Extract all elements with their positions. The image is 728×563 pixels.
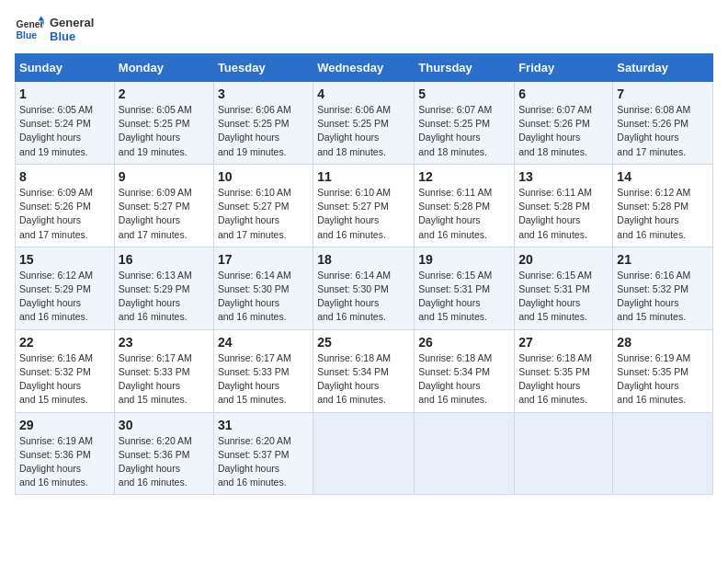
day-number: 6 <box>518 86 609 101</box>
calendar-cell <box>415 412 515 495</box>
day-number: 7 <box>617 86 709 101</box>
day-info: Sunrise: 6:10 AMSunset: 5:27 PMDaylight … <box>317 186 410 242</box>
calendar-cell: 5 Sunrise: 6:07 AMSunset: 5:25 PMDayligh… <box>415 82 515 165</box>
calendar-cell: 30 Sunrise: 6:20 AMSunset: 5:36 PMDaylig… <box>114 412 213 495</box>
svg-marker-2 <box>39 17 44 21</box>
day-number: 28 <box>617 335 709 350</box>
col-header-saturday: Saturday <box>613 54 713 82</box>
day-info: Sunrise: 6:19 AMSunset: 5:36 PMDaylight … <box>19 434 110 490</box>
day-info: Sunrise: 6:18 AMSunset: 5:35 PMDaylight … <box>518 351 609 408</box>
calendar-cell: 13 Sunrise: 6:11 AMSunset: 5:28 PMDaylig… <box>515 164 613 247</box>
day-number: 5 <box>418 86 510 101</box>
logo: General Blue General Blue <box>15 15 94 44</box>
col-header-tuesday: Tuesday <box>213 54 313 82</box>
day-info: Sunrise: 6:16 AMSunset: 5:32 PMDaylight … <box>19 351 110 408</box>
week-row-2: 8 Sunrise: 6:09 AMSunset: 5:26 PMDayligh… <box>16 164 713 247</box>
day-info: Sunrise: 6:17 AMSunset: 5:33 PMDaylight … <box>218 351 309 408</box>
page-header: General Blue General Blue <box>15 15 713 44</box>
calendar-cell <box>613 412 713 495</box>
day-info: Sunrise: 6:20 AMSunset: 5:37 PMDaylight … <box>218 434 309 490</box>
calendar-cell: 14 Sunrise: 6:12 AMSunset: 5:28 PMDaylig… <box>613 164 713 247</box>
day-number: 27 <box>518 335 609 350</box>
day-info: Sunrise: 6:09 AMSunset: 5:27 PMDaylight … <box>119 186 210 242</box>
day-number: 26 <box>418 335 510 350</box>
day-number: 3 <box>218 86 309 101</box>
day-number: 29 <box>19 418 110 432</box>
svg-text:General: General <box>17 19 44 29</box>
day-number: 4 <box>317 86 410 101</box>
calendar-cell: 6 Sunrise: 6:07 AMSunset: 5:26 PMDayligh… <box>515 82 613 165</box>
day-number: 16 <box>119 252 210 267</box>
day-info: Sunrise: 6:20 AMSunset: 5:36 PMDaylight … <box>119 434 210 490</box>
calendar-cell: 2 Sunrise: 6:05 AMSunset: 5:25 PMDayligh… <box>114 82 213 165</box>
day-info: Sunrise: 6:18 AMSunset: 5:34 PMDaylight … <box>317 351 410 408</box>
day-number: 13 <box>518 169 609 184</box>
day-number: 21 <box>617 252 709 267</box>
calendar-table: SundayMondayTuesdayWednesdayThursdayFrid… <box>15 53 713 495</box>
calendar-cell: 8 Sunrise: 6:09 AMSunset: 5:26 PMDayligh… <box>16 164 115 247</box>
day-number: 30 <box>119 418 210 432</box>
calendar-cell: 9 Sunrise: 6:09 AMSunset: 5:27 PMDayligh… <box>114 164 213 247</box>
day-number: 23 <box>119 335 210 350</box>
day-number: 1 <box>19 86 110 101</box>
day-number: 11 <box>317 169 410 184</box>
day-info: Sunrise: 6:11 AMSunset: 5:28 PMDaylight … <box>518 186 609 242</box>
col-header-wednesday: Wednesday <box>313 54 415 82</box>
svg-text:Blue: Blue <box>17 30 38 40</box>
logo-icon: General Blue <box>15 15 44 44</box>
calendar-cell: 31 Sunrise: 6:20 AMSunset: 5:37 PMDaylig… <box>213 412 313 495</box>
day-info: Sunrise: 6:06 AMSunset: 5:25 PMDaylight … <box>317 103 410 159</box>
day-number: 31 <box>218 418 309 432</box>
day-info: Sunrise: 6:16 AMSunset: 5:32 PMDaylight … <box>617 269 709 325</box>
calendar-cell: 20 Sunrise: 6:15 AMSunset: 5:31 PMDaylig… <box>515 247 613 329</box>
day-info: Sunrise: 6:14 AMSunset: 5:30 PMDaylight … <box>317 269 410 325</box>
day-info: Sunrise: 6:13 AMSunset: 5:29 PMDaylight … <box>119 269 210 325</box>
day-info: Sunrise: 6:12 AMSunset: 5:29 PMDaylight … <box>19 269 110 325</box>
col-header-monday: Monday <box>114 54 213 82</box>
calendar-cell: 22 Sunrise: 6:16 AMSunset: 5:32 PMDaylig… <box>16 329 115 412</box>
day-number: 8 <box>19 169 110 184</box>
week-row-4: 22 Sunrise: 6:16 AMSunset: 5:32 PMDaylig… <box>16 329 713 412</box>
calendar-cell: 18 Sunrise: 6:14 AMSunset: 5:30 PMDaylig… <box>313 247 415 329</box>
day-number: 15 <box>19 252 110 267</box>
day-number: 2 <box>119 86 210 101</box>
day-info: Sunrise: 6:19 AMSunset: 5:35 PMDaylight … <box>617 351 709 408</box>
logo-general: General <box>50 16 94 29</box>
day-number: 9 <box>119 169 210 184</box>
week-row-5: 29 Sunrise: 6:19 AMSunset: 5:36 PMDaylig… <box>16 412 713 495</box>
day-info: Sunrise: 6:08 AMSunset: 5:26 PMDaylight … <box>617 103 709 159</box>
day-info: Sunrise: 6:17 AMSunset: 5:33 PMDaylight … <box>119 351 210 408</box>
calendar-cell: 24 Sunrise: 6:17 AMSunset: 5:33 PMDaylig… <box>213 329 313 412</box>
calendar-cell: 27 Sunrise: 6:18 AMSunset: 5:35 PMDaylig… <box>515 329 613 412</box>
week-row-3: 15 Sunrise: 6:12 AMSunset: 5:29 PMDaylig… <box>16 247 713 329</box>
day-number: 14 <box>617 169 709 184</box>
calendar-cell: 11 Sunrise: 6:10 AMSunset: 5:27 PMDaylig… <box>313 164 415 247</box>
calendar-cell: 1 Sunrise: 6:05 AMSunset: 5:24 PMDayligh… <box>16 82 115 165</box>
day-number: 10 <box>218 169 309 184</box>
day-number: 25 <box>317 335 410 350</box>
day-info: Sunrise: 6:12 AMSunset: 5:28 PMDaylight … <box>617 186 709 242</box>
day-number: 24 <box>218 335 309 350</box>
day-info: Sunrise: 6:07 AMSunset: 5:26 PMDaylight … <box>518 103 609 159</box>
calendar-cell: 10 Sunrise: 6:10 AMSunset: 5:27 PMDaylig… <box>213 164 313 247</box>
day-number: 22 <box>19 335 110 350</box>
calendar-cell: 7 Sunrise: 6:08 AMSunset: 5:26 PMDayligh… <box>613 82 713 165</box>
day-info: Sunrise: 6:05 AMSunset: 5:24 PMDaylight … <box>19 103 110 159</box>
calendar-cell: 25 Sunrise: 6:18 AMSunset: 5:34 PMDaylig… <box>313 329 415 412</box>
calendar-cell: 16 Sunrise: 6:13 AMSunset: 5:29 PMDaylig… <box>114 247 213 329</box>
day-info: Sunrise: 6:09 AMSunset: 5:26 PMDaylight … <box>19 186 110 242</box>
calendar-cell: 26 Sunrise: 6:18 AMSunset: 5:34 PMDaylig… <box>415 329 515 412</box>
day-info: Sunrise: 6:06 AMSunset: 5:25 PMDaylight … <box>218 103 309 159</box>
day-info: Sunrise: 6:14 AMSunset: 5:30 PMDaylight … <box>218 269 309 325</box>
calendar-cell: 21 Sunrise: 6:16 AMSunset: 5:32 PMDaylig… <box>613 247 713 329</box>
day-info: Sunrise: 6:18 AMSunset: 5:34 PMDaylight … <box>418 351 510 408</box>
day-info: Sunrise: 6:15 AMSunset: 5:31 PMDaylight … <box>518 269 609 325</box>
day-info: Sunrise: 6:10 AMSunset: 5:27 PMDaylight … <box>218 186 309 242</box>
calendar-cell <box>313 412 415 495</box>
calendar-cell: 19 Sunrise: 6:15 AMSunset: 5:31 PMDaylig… <box>415 247 515 329</box>
day-info: Sunrise: 6:15 AMSunset: 5:31 PMDaylight … <box>418 269 510 325</box>
calendar-cell: 4 Sunrise: 6:06 AMSunset: 5:25 PMDayligh… <box>313 82 415 165</box>
day-number: 12 <box>418 169 510 184</box>
week-row-1: 1 Sunrise: 6:05 AMSunset: 5:24 PMDayligh… <box>16 82 713 165</box>
calendar-cell: 17 Sunrise: 6:14 AMSunset: 5:30 PMDaylig… <box>213 247 313 329</box>
